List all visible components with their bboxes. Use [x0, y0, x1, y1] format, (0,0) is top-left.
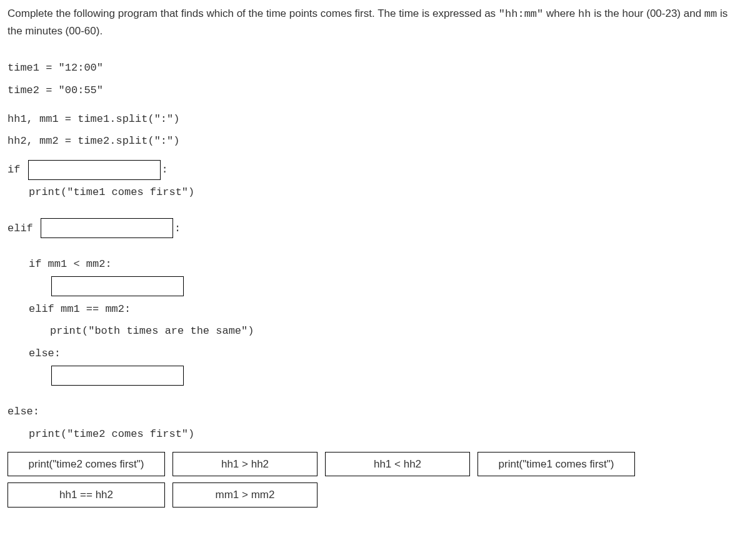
answer-chip-print-t2[interactable]: print("time2 comes first"): [8, 452, 165, 477]
blank-drop-3[interactable]: [51, 276, 184, 296]
code-line-split2: hh2, mm2 = time2.split(":"): [8, 130, 742, 152]
answer-chip-hh1-lt-hh2[interactable]: hh1 < hh2: [325, 452, 470, 477]
answer-chip-hh1-eq-hh2[interactable]: hh1 == hh2: [8, 482, 165, 508]
answer-chip-print-t1[interactable]: print("time1 comes first"): [478, 452, 635, 477]
blank-line-3: [8, 276, 742, 298]
code-line-elif: elif :: [8, 218, 742, 240]
elif-keyword: elif: [8, 222, 39, 234]
answer-row-1: print("time2 comes first") hh1 > hh2 hh1…: [8, 452, 742, 477]
blank-drop-1[interactable]: [28, 160, 161, 180]
colon-2: :: [174, 222, 181, 234]
question-mid: where: [543, 8, 578, 19]
blank-drop-4[interactable]: [51, 366, 184, 386]
if-keyword: if: [8, 164, 27, 176]
answer-chip-hh1-gt-hh2[interactable]: hh1 > hh2: [172, 452, 318, 477]
code-line-print-same: print("both times are the same"): [8, 320, 742, 342]
question-pre: Complete the following program that find…: [8, 8, 499, 19]
question-mid2: is the hour (00-23) and: [591, 8, 704, 19]
mm-code: mm: [704, 8, 717, 20]
code-line-inner-else: else:: [8, 342, 742, 365]
blank-drop-2[interactable]: [41, 218, 173, 238]
code-line-if: if :: [8, 159, 742, 181]
code-line-print-t2: print("time2 comes first"): [8, 423, 742, 446]
code-line-split1: hh1, mm1 = time1.split(":"): [8, 108, 742, 131]
code-line-print-t1: print("time1 comes first"): [8, 181, 742, 204]
colon-1: :: [162, 164, 168, 176]
blank-line-4: [8, 365, 742, 388]
answer-chip-mm1-gt-mm2[interactable]: mm1 > mm2: [172, 482, 318, 508]
question-text: Complete the following program that find…: [8, 5, 742, 39]
code-line-if-mm: if mm1 < mm2:: [8, 253, 742, 276]
answer-row-2: hh1 == hh2 mm1 > mm2: [8, 482, 742, 508]
code-line-time1: time1 = "12:00": [8, 57, 742, 79]
code-block: time1 = "12:00" time2 = "00:55" hh1, mm1…: [8, 57, 742, 445]
code-line-elif-mm: elif mm1 == mm2:: [8, 298, 742, 321]
format-code: "hh:mm": [499, 8, 543, 20]
hh-code: hh: [578, 8, 591, 20]
code-line-outer-else: else:: [8, 401, 742, 423]
code-line-time2: time2 = "00:55": [8, 79, 742, 102]
